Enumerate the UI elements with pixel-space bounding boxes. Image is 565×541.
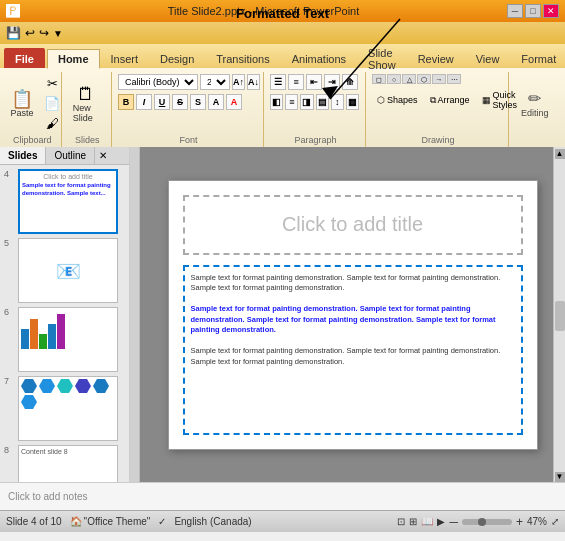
- slide-preview-8: Content slide 8: [18, 445, 118, 482]
- slide-thumb-5[interactable]: 5 📧: [4, 238, 125, 303]
- align-left-button[interactable]: ◧: [270, 94, 283, 110]
- format-painter-button[interactable]: 🖌: [38, 114, 66, 133]
- tab-file[interactable]: File: [4, 48, 45, 68]
- numbering-button[interactable]: ≡: [288, 74, 304, 90]
- slide-thumb-6[interactable]: 6: [4, 307, 125, 372]
- columns-button[interactable]: ▦: [346, 94, 359, 110]
- slides-tab[interactable]: Slides: [0, 147, 46, 164]
- tab-transitions[interactable]: Transitions: [205, 48, 280, 68]
- tab-slideshow[interactable]: Slide Show: [357, 48, 407, 68]
- tab-review[interactable]: Review: [407, 48, 465, 68]
- font-color-button[interactable]: A: [226, 94, 242, 110]
- copy-button[interactable]: 📄: [38, 94, 66, 113]
- font-name-select[interactable]: Calibri (Body): [118, 74, 198, 90]
- maximize-button[interactable]: □: [525, 4, 541, 18]
- decrease-indent-button[interactable]: ⇤: [306, 74, 322, 90]
- language: English (Canada): [174, 516, 251, 527]
- slide-preview-5: 📧: [18, 238, 118, 303]
- shape-cell[interactable]: →: [432, 74, 446, 84]
- bold-button[interactable]: B: [118, 94, 134, 110]
- strikethrough-button[interactable]: S: [172, 94, 188, 110]
- check-icon: ✓: [158, 516, 166, 527]
- close-button[interactable]: ✕: [543, 4, 559, 18]
- shapes-button[interactable]: ⬡ Shapes: [372, 88, 423, 112]
- italic-button[interactable]: I: [136, 94, 152, 110]
- justify-button[interactable]: ▤: [316, 94, 329, 110]
- clipboard-label: Clipboard: [4, 135, 61, 145]
- slide-sorter-icon[interactable]: ⊞: [409, 516, 417, 527]
- tab-home[interactable]: Home: [47, 49, 100, 69]
- paste-button[interactable]: 📋 Paste: [8, 87, 36, 121]
- clipboard-group: 📋 Paste ✂ 📄 🖌 Clipboard: [4, 72, 62, 147]
- text-direction-button[interactable]: ⟰: [342, 74, 358, 90]
- save-icon[interactable]: 💾: [6, 26, 21, 40]
- drawing-group: ◻ ○ △ ⬡ → ⋯ ⬡ Shapes ⧉: [368, 72, 509, 147]
- redo-icon[interactable]: ↪: [39, 26, 49, 40]
- increase-indent-button[interactable]: ⇥: [324, 74, 340, 90]
- new-slide-button[interactable]: 🗒 New Slide: [68, 82, 105, 126]
- paragraph-2-bold: Sample text for format painting demonstr…: [191, 304, 515, 336]
- align-right-button[interactable]: ◨: [300, 94, 313, 110]
- slides-outline-tabs: Slides Outline ✕: [0, 147, 129, 165]
- slideshow-icon[interactable]: ▶: [437, 516, 445, 527]
- tab-animations[interactable]: Animations: [281, 48, 357, 68]
- slide-preview-4: Click to add title Sample text for forma…: [18, 169, 118, 234]
- shape-cell[interactable]: ⋯: [447, 74, 461, 84]
- notes-placeholder: Click to add notes: [8, 491, 88, 502]
- panel-close-button[interactable]: ✕: [95, 147, 111, 164]
- editing-button[interactable]: ✏ Editing: [515, 87, 555, 120]
- title-placeholder[interactable]: Click to add title: [183, 195, 523, 255]
- cut-button[interactable]: ✂: [38, 74, 66, 93]
- zoom-slider[interactable]: [462, 519, 512, 525]
- editing-icon: ✏: [528, 89, 541, 108]
- align-center-button[interactable]: ≡: [285, 94, 298, 110]
- vertical-scrollbar[interactable]: ▲ ▼: [553, 147, 565, 482]
- decrease-font-button[interactable]: A↓: [247, 74, 260, 90]
- tab-design[interactable]: Design: [149, 48, 205, 68]
- font-size-select[interactable]: 20: [200, 74, 230, 90]
- slide-thumb-7[interactable]: 7: [4, 376, 125, 441]
- theme-icon: 🏠: [70, 516, 82, 527]
- shape-cell[interactable]: ◻: [372, 74, 386, 84]
- undo-icon[interactable]: ↩: [25, 26, 35, 40]
- shape-cell[interactable]: ○: [387, 74, 401, 84]
- slide-thumb-4[interactable]: 4 Click to add title Sample text for for…: [4, 169, 125, 234]
- bullets-button[interactable]: ☰: [270, 74, 286, 90]
- slide-thumb-8[interactable]: 8 Content slide 8: [4, 445, 125, 482]
- quick-access-toolbar: 💾 ↩ ↪ ▼: [0, 22, 565, 44]
- zoom-out-button[interactable]: ─: [449, 515, 458, 529]
- customize-qa-icon[interactable]: ▼: [53, 28, 63, 39]
- minimize-button[interactable]: ─: [507, 4, 523, 18]
- slides-scrollbar[interactable]: [130, 147, 140, 482]
- drawing-label: Drawing: [368, 135, 508, 145]
- new-slide-icon: 🗒: [77, 85, 95, 103]
- font-label: Font: [114, 135, 263, 145]
- content-textbox[interactable]: Sample text for format painting demonstr…: [183, 265, 523, 435]
- increase-font-button[interactable]: A↑: [232, 74, 245, 90]
- shape-cell[interactable]: ⬡: [417, 74, 431, 84]
- shape-cell[interactable]: △: [402, 74, 416, 84]
- zoom-in-button[interactable]: +: [516, 515, 523, 529]
- outline-tab[interactable]: Outline: [46, 147, 95, 164]
- tab-insert[interactable]: Insert: [100, 48, 150, 68]
- paragraph-3: Sample text for format painting demonstr…: [191, 346, 515, 367]
- notes-area[interactable]: Click to add notes: [0, 482, 565, 510]
- status-bar: Slide 4 of 10 🏠 "Office Theme" ✓ English…: [0, 510, 565, 532]
- app-icon: 🅿: [6, 3, 20, 19]
- slides-group: 🗒 New Slide Slides: [64, 72, 112, 147]
- paragraph-label: Paragraph: [266, 135, 365, 145]
- char-spacing-button[interactable]: A: [208, 94, 224, 110]
- format-painter-icon: 🖌: [46, 116, 59, 131]
- tab-view[interactable]: View: [465, 48, 511, 68]
- underline-button[interactable]: U: [154, 94, 170, 110]
- fit-slide-button[interactable]: ⤢: [551, 516, 559, 527]
- tab-format[interactable]: Format: [510, 48, 565, 68]
- normal-view-icon[interactable]: ⊡: [397, 516, 405, 527]
- arrange-button[interactable]: ⧉ Arrange: [425, 88, 475, 112]
- shadow-button[interactable]: S: [190, 94, 206, 110]
- paragraph-group: ☰ ≡ ⇤ ⇥ ⟰ ◧ ≡ ◨ ▤ ↕ ▦ Paragraph: [266, 72, 366, 147]
- theme-label: 🏠 "Office Theme": [70, 516, 151, 527]
- line-spacing-button[interactable]: ↕: [331, 94, 344, 110]
- reading-view-icon[interactable]: 📖: [421, 516, 433, 527]
- zoom-level: 47%: [527, 516, 547, 527]
